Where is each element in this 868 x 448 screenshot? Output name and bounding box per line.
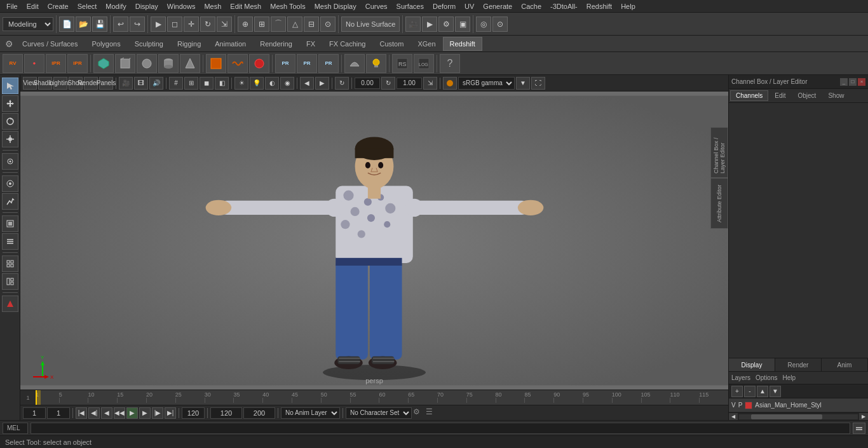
- jump-to-start-btn[interactable]: |◀: [76, 407, 87, 419]
- tab-xgen[interactable]: XGen: [410, 37, 442, 51]
- shelf-btn-wave[interactable]: [227, 54, 248, 73]
- channel-box-side-tab[interactable]: Channel Box / Layer Editor: [710, 127, 728, 178]
- shelf-btn-sphere[interactable]: [137, 54, 157, 73]
- menu-file[interactable]: File: [3, 1, 22, 11]
- scrollbar-thumb[interactable]: [751, 414, 822, 419]
- jump-to-end-btn[interactable]: ▶|: [165, 407, 176, 419]
- layer-scrollbar[interactable]: ◀ ▶: [729, 412, 868, 420]
- menu-redshift[interactable]: Redshift: [583, 1, 616, 11]
- tab-fx[interactable]: FX: [299, 37, 322, 51]
- menu-cache[interactable]: Cache: [517, 1, 545, 11]
- menu-3dtoall[interactable]: -3DtoAll-: [546, 1, 581, 11]
- layer-lt[interactable]: [2, 233, 18, 250]
- tab-object[interactable]: Object: [792, 90, 822, 101]
- layer-down-btn[interactable]: ▼: [770, 386, 781, 397]
- shelf-btn-box-orange[interactable]: [206, 54, 226, 73]
- vp-shadow-btn[interactable]: ◐: [265, 77, 279, 90]
- prev-key-btn[interactable]: ◀|: [88, 407, 100, 419]
- tab-redshift[interactable]: Redshift: [443, 37, 482, 51]
- layer-name[interactable]: Asian_Man_Home_Styl: [755, 402, 822, 409]
- vp-prev-btn[interactable]: ◀: [300, 77, 314, 90]
- tab-animation[interactable]: Animation: [208, 37, 253, 51]
- menu-surfaces[interactable]: Surfaces: [393, 1, 428, 11]
- playback-range-end[interactable]: [182, 407, 205, 419]
- ipr-render-btn[interactable]: ▶: [422, 17, 437, 32]
- vp-lighting-2[interactable]: 💡: [250, 77, 264, 90]
- playback-range-start[interactable]: [23, 407, 46, 419]
- vp-color-mgmt-toggle[interactable]: [443, 77, 457, 90]
- anim-layer-select[interactable]: No Anim Layer: [281, 407, 340, 419]
- grid-lt[interactable]: [2, 255, 18, 272]
- current-frame[interactable]: [47, 407, 70, 419]
- shelf-btn-pr1[interactable]: PR: [275, 54, 295, 73]
- pb-settings-btn[interactable]: ⚙: [413, 407, 424, 419]
- scale-tool-lt[interactable]: [2, 131, 18, 147]
- vp-renderer-menu[interactable]: Renderer: [84, 77, 98, 90]
- shelf-btn-help[interactable]: ?: [440, 54, 460, 73]
- layer-render-tab[interactable]: Render: [775, 358, 822, 371]
- tab-fx-caching[interactable]: FX Caching: [322, 37, 372, 51]
- lasso-btn[interactable]: ◻: [167, 17, 182, 32]
- shelf-btn-pr2[interactable]: PR: [297, 54, 317, 73]
- shelf-btn-ipr2[interactable]: IPR: [46, 54, 66, 73]
- tab-sculpting[interactable]: Sculpting: [128, 37, 170, 51]
- snap-to-grid-btn[interactable]: ⊞: [254, 17, 269, 32]
- tab-curves-surfaces[interactable]: Curves / Surfaces: [15, 37, 85, 51]
- next-key-btn[interactable]: |▶: [152, 407, 163, 419]
- vp-expand-btn[interactable]: ⛶: [531, 77, 545, 90]
- display-toggle-btn[interactable]: ◎: [476, 17, 491, 32]
- vp-wireframe-btn[interactable]: ⊞: [184, 77, 198, 90]
- step-back-btn[interactable]: ◀: [101, 407, 112, 419]
- vp-audio-btn[interactable]: 🔊: [149, 77, 163, 90]
- layer-display-tab[interactable]: Display: [729, 358, 775, 371]
- shelf-btn-log[interactable]: LOG: [414, 54, 434, 73]
- render-view-btn[interactable]: 🎥: [405, 17, 421, 32]
- select-tool-btn[interactable]: ▶: [151, 17, 166, 32]
- vp-textured-btn[interactable]: ◧: [215, 77, 229, 90]
- tab-show[interactable]: Show: [822, 90, 850, 101]
- menu-uv[interactable]: UV: [461, 1, 478, 11]
- attribute-editor-side-tab[interactable]: Attribute Editor: [710, 178, 728, 229]
- total-end[interactable]: [243, 407, 275, 419]
- tab-custom[interactable]: Custom: [373, 37, 411, 51]
- paint-select-lt[interactable]: [2, 193, 18, 210]
- play-back-btn[interactable]: ◀◀: [114, 407, 125, 419]
- step-fwd-btn[interactable]: ▶: [139, 407, 151, 419]
- play-fwd-btn[interactable]: ▶: [126, 407, 138, 419]
- menu-curves[interactable]: Curves: [362, 1, 391, 11]
- menu-modify[interactable]: Modify: [102, 1, 130, 11]
- workspace-selector[interactable]: Modeling: [3, 17, 53, 31]
- shelf-btn-script[interactable]: RS: [392, 54, 412, 73]
- shelf-btn-dome[interactable]: [344, 54, 365, 73]
- timeline-ticks[interactable]: 1510152025303540455055606570758085909510…: [36, 390, 728, 405]
- layer-anim-tab[interactable]: Anim: [822, 358, 868, 371]
- script-expand-btn[interactable]: [853, 423, 865, 434]
- shelf-btn-ipr1[interactable]: ●: [24, 54, 44, 73]
- vp-dropdown-btn[interactable]: ▼: [516, 77, 530, 90]
- vp-next-btn[interactable]: ▶: [315, 77, 329, 90]
- vp-lighting-menu[interactable]: Lighting: [53, 77, 67, 90]
- shelf-btn-cone[interactable]: [180, 54, 200, 73]
- vp-grid-btn[interactable]: #: [169, 77, 183, 90]
- vp-camera-btn[interactable]: 🎥: [119, 77, 133, 90]
- vp-lighting-1[interactable]: ☀: [234, 77, 248, 90]
- menu-select[interactable]: Select: [74, 1, 101, 11]
- rotate-tool-lt[interactable]: [2, 113, 18, 130]
- tab-channels[interactable]: Channels: [730, 90, 768, 101]
- shelf-btn-circle-red[interactable]: [249, 54, 269, 73]
- shelf-btn-cylinder[interactable]: [158, 54, 179, 73]
- layer-row[interactable]: V P Asian_Man_Home_Styl: [729, 398, 868, 412]
- rp-maximize-btn[interactable]: □: [849, 78, 857, 86]
- scrollbar-track[interactable]: [739, 414, 858, 419]
- universal-manip-lt[interactable]: [2, 153, 18, 170]
- menu-mesh-display[interactable]: Mesh Display: [311, 1, 360, 11]
- redshift-logo-lt[interactable]: [2, 295, 18, 312]
- delete-layer-btn[interactable]: -: [744, 386, 756, 397]
- save-scene-btn[interactable]: 💾: [92, 17, 107, 32]
- no-live-surface-btn[interactable]: No Live Surface: [341, 17, 400, 32]
- vp-scale-field[interactable]: [397, 78, 422, 89]
- snap-to-curve-btn[interactable]: ⌒: [271, 17, 286, 32]
- object-display-lt[interactable]: [2, 215, 18, 232]
- vp-rotate-field[interactable]: [355, 78, 380, 89]
- menu-generate[interactable]: Generate: [479, 1, 516, 11]
